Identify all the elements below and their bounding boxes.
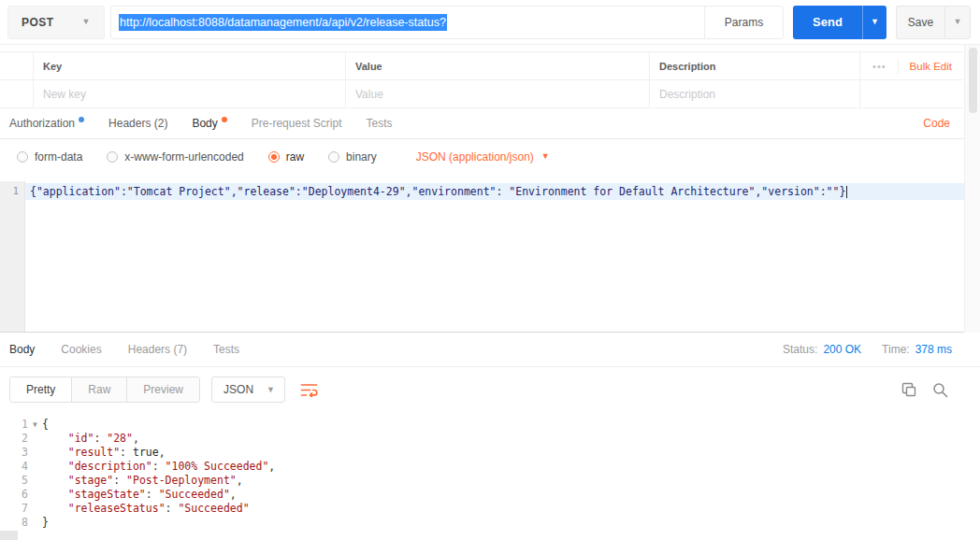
save-options-dropdown[interactable]: ▼ bbox=[944, 6, 971, 39]
value-input[interactable] bbox=[355, 88, 640, 101]
column-header-key: Key bbox=[34, 52, 346, 79]
time-value: 378 ms bbox=[915, 343, 952, 356]
column-header-value: Value bbox=[346, 52, 650, 79]
radio-form-data[interactable]: form-data bbox=[17, 150, 82, 163]
radio-form-data-label: form-data bbox=[35, 150, 82, 163]
bottom-corner-box bbox=[0, 531, 18, 540]
response-toolbar-icons bbox=[901, 382, 948, 398]
method-label: POST bbox=[22, 16, 54, 29]
table-actions-cell: ••• Bulk Edit bbox=[860, 52, 963, 79]
response-meta: Status: 200 OK Time: 378 ms bbox=[783, 343, 952, 356]
fold-toggle-icon[interactable]: ▼ bbox=[28, 418, 42, 432]
column-header-description: Description bbox=[650, 52, 860, 79]
search-icon[interactable] bbox=[932, 382, 948, 398]
description-input[interactable] bbox=[659, 88, 850, 101]
line-number: 5 bbox=[0, 474, 28, 488]
tab-pre-request-script[interactable]: Pre-request Script bbox=[252, 117, 342, 130]
code-text: "stage": "Post-Deployment", bbox=[42, 474, 243, 488]
fold-gutter bbox=[28, 432, 42, 446]
params-editor-table: Key Value Description ••• Bulk Edit bbox=[0, 51, 963, 108]
response-format-dropdown[interactable]: JSON ▼ bbox=[211, 377, 285, 403]
response-code-line: 6 "stageState": "Succeeded", bbox=[0, 488, 980, 502]
fold-gutter bbox=[28, 502, 42, 516]
tab-body[interactable]: Body bbox=[192, 117, 226, 130]
send-button-group: Send ▼ bbox=[793, 6, 886, 39]
line-number: 4 bbox=[0, 460, 28, 474]
more-options-icon[interactable]: ••• bbox=[872, 61, 886, 72]
send-button[interactable]: Send bbox=[793, 6, 862, 39]
row-handle-cell bbox=[0, 80, 34, 107]
editor-active-line: {"application":"Tomcat Project","release… bbox=[25, 183, 965, 200]
code-link[interactable]: Code bbox=[923, 117, 950, 130]
save-button[interactable]: Save bbox=[896, 6, 944, 39]
copy-icon[interactable] bbox=[901, 382, 917, 398]
code-text: } bbox=[42, 516, 49, 530]
response-body-viewer[interactable]: 1▼{2 "id": "28",3 "result": true,4 "desc… bbox=[0, 412, 980, 530]
response-tabs: Body Cookies Headers (7) Tests Status: 2… bbox=[0, 333, 980, 367]
response-code-line: 2 "id": "28", bbox=[0, 432, 980, 446]
params-button[interactable]: Params bbox=[704, 7, 783, 38]
request-body-json: {"application":"Tomcat Project","release… bbox=[30, 183, 845, 200]
response-view-toolbar: Pretty Raw Preview JSON ▼ bbox=[0, 367, 980, 412]
scrollbar-thumb[interactable] bbox=[969, 48, 977, 113]
method-dropdown[interactable]: POST ▼ bbox=[7, 6, 105, 39]
editor-code-area[interactable]: {"application":"Tomcat Project","release… bbox=[25, 181, 965, 332]
tab-body-label: Body bbox=[192, 117, 217, 130]
line-number: 1 bbox=[0, 418, 28, 432]
view-mode-segmented-control: Pretty Raw Preview bbox=[9, 377, 200, 403]
tab-tests[interactable]: Tests bbox=[366, 117, 392, 130]
request-tabs: Authorization Headers (2) Body Pre-reque… bbox=[0, 108, 980, 139]
send-options-dropdown[interactable]: ▼ bbox=[862, 6, 886, 39]
line-number: 8 bbox=[0, 516, 28, 530]
line-number: 2 bbox=[0, 432, 28, 446]
editor-line-number-gutter: 1 bbox=[0, 181, 25, 332]
response-code-line: 1▼{ bbox=[0, 418, 980, 432]
request-body-editor[interactable]: 1 {"application":"Tomcat Project","relea… bbox=[0, 181, 980, 333]
code-text: { bbox=[42, 418, 49, 432]
chevron-down-icon: ▼ bbox=[871, 18, 879, 26]
response-format-label: JSON bbox=[223, 383, 253, 396]
new-key-input[interactable] bbox=[43, 88, 336, 101]
tab-headers[interactable]: Headers (2) bbox=[108, 117, 167, 130]
row-handle-cell bbox=[0, 52, 34, 79]
fold-gutter bbox=[28, 460, 42, 474]
radio-binary[interactable]: binary bbox=[328, 150, 377, 163]
value-cell bbox=[346, 80, 650, 107]
response-tab-cookies[interactable]: Cookies bbox=[61, 343, 101, 356]
request-url-bar: POST ▼ http://localhost:8088/datamanagem… bbox=[0, 0, 980, 45]
fold-gutter bbox=[28, 516, 42, 530]
table-row bbox=[0, 80, 963, 108]
fold-gutter bbox=[28, 488, 42, 502]
vertical-scrollbar[interactable] bbox=[964, 45, 980, 333]
response-tab-headers[interactable]: Headers (7) bbox=[128, 343, 187, 356]
code-text: "id": "28", bbox=[42, 432, 139, 446]
content-type-dropdown[interactable]: JSON (application/json) ▼ bbox=[416, 150, 550, 163]
radio-x-www-form-urlencoded[interactable]: x-www-form-urlencoded bbox=[107, 150, 243, 163]
view-mode-raw[interactable]: Raw bbox=[72, 377, 127, 402]
bulk-edit-link[interactable]: Bulk Edit bbox=[910, 61, 952, 72]
tab-authorization-label: Authorization bbox=[9, 117, 75, 130]
radio-selected-icon bbox=[268, 151, 280, 163]
response-code-line: 3 "result": true, bbox=[0, 446, 980, 460]
radio-raw[interactable]: raw bbox=[268, 150, 304, 163]
tab-authorization[interactable]: Authorization bbox=[9, 117, 84, 130]
radio-urlencoded-label: x-www-form-urlencoded bbox=[124, 150, 243, 163]
code-text: "releaseStatus": "Succeeded" bbox=[42, 502, 250, 516]
fold-gutter bbox=[28, 446, 42, 460]
code-text: "stageState": "Succeeded", bbox=[42, 488, 237, 502]
postman-request-window: POST ▼ http://localhost:8088/datamanagem… bbox=[0, 0, 980, 540]
chevron-down-icon: ▼ bbox=[954, 18, 962, 26]
save-button-group: Save ▼ bbox=[896, 6, 971, 39]
view-mode-preview[interactable]: Preview bbox=[127, 377, 199, 402]
line-number: 7 bbox=[0, 502, 28, 516]
text-cursor bbox=[846, 186, 847, 198]
url-selected-text: http://localhost:8088/datamanagement/a/a… bbox=[119, 14, 447, 31]
view-mode-pretty[interactable]: Pretty bbox=[10, 377, 72, 402]
wrap-text-icon[interactable] bbox=[300, 383, 318, 397]
url-input[interactable]: http://localhost:8088/datamanagement/a/a… bbox=[111, 7, 704, 38]
content-type-label: JSON (application/json) bbox=[416, 150, 534, 163]
description-cell bbox=[650, 80, 860, 107]
response-tab-tests[interactable]: Tests bbox=[213, 343, 239, 356]
response-tab-body[interactable]: Body bbox=[9, 343, 35, 356]
code-text: "result": true, bbox=[42, 446, 166, 460]
